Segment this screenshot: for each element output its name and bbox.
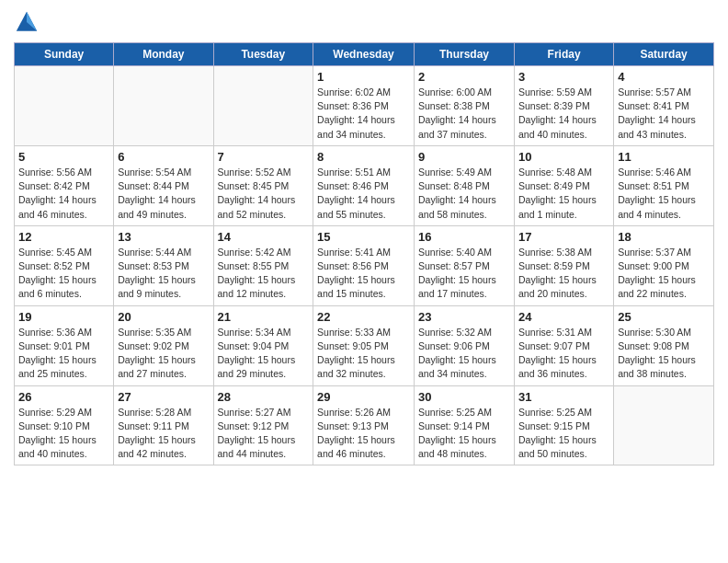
calendar-cell: 27Sunrise: 5:28 AMSunset: 9:11 PMDayligh…	[114, 385, 213, 465]
calendar-cell	[614, 385, 714, 465]
day-info: Sunrise: 5:59 AMSunset: 8:39 PMDaylight:…	[518, 86, 609, 142]
header	[14, 9, 714, 35]
calendar-cell: 29Sunrise: 5:26 AMSunset: 9:13 PMDayligh…	[313, 385, 415, 465]
day-info: Sunrise: 6:00 AMSunset: 8:38 PMDaylight:…	[418, 86, 510, 142]
day-info: Sunrise: 5:25 AMSunset: 9:14 PMDaylight:…	[418, 406, 510, 462]
calendar-cell: 7Sunrise: 5:52 AMSunset: 8:45 PMDaylight…	[213, 145, 313, 225]
day-number: 7	[218, 150, 310, 164]
day-info: Sunrise: 5:56 AMSunset: 8:42 PMDaylight:…	[18, 166, 109, 222]
day-number: 19	[18, 310, 109, 324]
calendar-cell	[213, 66, 313, 146]
calendar-cell: 24Sunrise: 5:31 AMSunset: 9:07 PMDayligh…	[515, 305, 614, 385]
day-number: 25	[618, 310, 710, 324]
day-info: Sunrise: 5:26 AMSunset: 9:13 PMDaylight:…	[317, 406, 410, 462]
day-info: Sunrise: 5:40 AMSunset: 8:57 PMDaylight:…	[418, 246, 510, 302]
day-info: Sunrise: 5:44 AMSunset: 8:53 PMDaylight:…	[118, 246, 209, 302]
calendar-cell: 16Sunrise: 5:40 AMSunset: 8:57 PMDayligh…	[415, 225, 515, 305]
day-number: 17	[518, 230, 609, 244]
calendar-cell: 3Sunrise: 5:59 AMSunset: 8:39 PMDaylight…	[515, 66, 614, 146]
day-number: 9	[418, 150, 510, 164]
calendar-cell: 9Sunrise: 5:49 AMSunset: 8:48 PMDaylight…	[415, 145, 515, 225]
day-number: 6	[118, 150, 209, 164]
calendar-table: SundayMondayTuesdayWednesdayThursdayFrid…	[14, 42, 714, 465]
calendar-week-row: 5Sunrise: 5:56 AMSunset: 8:42 PMDaylight…	[15, 145, 714, 225]
day-info: Sunrise: 5:57 AMSunset: 8:41 PMDaylight:…	[618, 86, 710, 142]
day-number: 21	[218, 310, 310, 324]
day-number: 20	[118, 310, 209, 324]
page: SundayMondayTuesdayWednesdayThursdayFrid…	[0, 0, 728, 475]
logo	[14, 9, 41, 35]
day-of-week-header: Tuesday	[213, 43, 313, 66]
day-info: Sunrise: 5:52 AMSunset: 8:45 PMDaylight:…	[218, 166, 310, 222]
calendar-cell: 2Sunrise: 6:00 AMSunset: 8:38 PMDaylight…	[415, 66, 515, 146]
day-info: Sunrise: 5:31 AMSunset: 9:07 PMDaylight:…	[518, 326, 609, 382]
day-info: Sunrise: 5:51 AMSunset: 8:46 PMDaylight:…	[317, 166, 410, 222]
calendar-cell: 25Sunrise: 5:30 AMSunset: 9:08 PMDayligh…	[614, 305, 714, 385]
day-number: 12	[18, 230, 109, 244]
day-info: Sunrise: 5:35 AMSunset: 9:02 PMDaylight:…	[118, 326, 209, 382]
calendar-cell: 28Sunrise: 5:27 AMSunset: 9:12 PMDayligh…	[213, 385, 313, 465]
calendar-cell: 11Sunrise: 5:46 AMSunset: 8:51 PMDayligh…	[614, 145, 714, 225]
calendar-cell	[15, 66, 114, 146]
day-number: 24	[518, 310, 609, 324]
day-of-week-header: Wednesday	[313, 43, 415, 66]
day-number: 18	[618, 230, 710, 244]
calendar-cell: 8Sunrise: 5:51 AMSunset: 8:46 PMDaylight…	[313, 145, 415, 225]
day-info: Sunrise: 5:30 AMSunset: 9:08 PMDaylight:…	[618, 326, 710, 382]
calendar-cell: 5Sunrise: 5:56 AMSunset: 8:42 PMDaylight…	[15, 145, 114, 225]
day-number: 13	[118, 230, 209, 244]
calendar-cell: 23Sunrise: 5:32 AMSunset: 9:06 PMDayligh…	[415, 305, 515, 385]
day-info: Sunrise: 5:36 AMSunset: 9:01 PMDaylight:…	[18, 326, 109, 382]
day-number: 16	[418, 230, 510, 244]
calendar-cell: 10Sunrise: 5:48 AMSunset: 8:49 PMDayligh…	[515, 145, 614, 225]
calendar-cell: 6Sunrise: 5:54 AMSunset: 8:44 PMDaylight…	[114, 145, 213, 225]
days-header-row: SundayMondayTuesdayWednesdayThursdayFrid…	[15, 43, 714, 66]
day-number: 10	[518, 150, 609, 164]
day-number: 5	[18, 150, 109, 164]
calendar-cell: 30Sunrise: 5:25 AMSunset: 9:14 PMDayligh…	[415, 385, 515, 465]
day-number: 4	[618, 70, 710, 84]
day-info: Sunrise: 5:48 AMSunset: 8:49 PMDaylight:…	[518, 166, 609, 222]
day-info: Sunrise: 5:46 AMSunset: 8:51 PMDaylight:…	[618, 166, 710, 222]
day-info: Sunrise: 5:49 AMSunset: 8:48 PMDaylight:…	[418, 166, 510, 222]
calendar-cell: 12Sunrise: 5:45 AMSunset: 8:52 PMDayligh…	[15, 225, 114, 305]
calendar-cell: 18Sunrise: 5:37 AMSunset: 9:00 PMDayligh…	[614, 225, 714, 305]
calendar-week-row: 26Sunrise: 5:29 AMSunset: 9:10 PMDayligh…	[15, 385, 714, 465]
calendar-cell: 20Sunrise: 5:35 AMSunset: 9:02 PMDayligh…	[114, 305, 213, 385]
day-info: Sunrise: 5:54 AMSunset: 8:44 PMDaylight:…	[118, 166, 209, 222]
day-info: Sunrise: 5:33 AMSunset: 9:05 PMDaylight:…	[317, 326, 410, 382]
day-info: Sunrise: 5:45 AMSunset: 8:52 PMDaylight:…	[18, 246, 109, 302]
day-number: 30	[418, 390, 510, 404]
day-number: 22	[317, 310, 410, 324]
day-number: 2	[418, 70, 510, 84]
day-of-week-header: Sunday	[15, 43, 114, 66]
day-info: Sunrise: 5:41 AMSunset: 8:56 PMDaylight:…	[317, 246, 410, 302]
day-of-week-header: Saturday	[614, 43, 714, 66]
logo-icon	[14, 9, 40, 35]
day-info: Sunrise: 6:02 AMSunset: 8:36 PMDaylight:…	[317, 86, 410, 142]
calendar-cell: 22Sunrise: 5:33 AMSunset: 9:05 PMDayligh…	[313, 305, 415, 385]
calendar-cell: 31Sunrise: 5:25 AMSunset: 9:15 PMDayligh…	[515, 385, 614, 465]
day-number: 28	[218, 390, 310, 404]
day-of-week-header: Monday	[114, 43, 213, 66]
calendar-cell: 13Sunrise: 5:44 AMSunset: 8:53 PMDayligh…	[114, 225, 213, 305]
day-info: Sunrise: 5:38 AMSunset: 8:59 PMDaylight:…	[518, 246, 609, 302]
calendar-cell: 15Sunrise: 5:41 AMSunset: 8:56 PMDayligh…	[313, 225, 415, 305]
day-number: 29	[317, 390, 410, 404]
day-number: 11	[618, 150, 710, 164]
day-number: 23	[418, 310, 510, 324]
day-info: Sunrise: 5:34 AMSunset: 9:04 PMDaylight:…	[218, 326, 310, 382]
day-info: Sunrise: 5:27 AMSunset: 9:12 PMDaylight:…	[218, 406, 310, 462]
calendar-cell: 1Sunrise: 6:02 AMSunset: 8:36 PMDaylight…	[313, 66, 415, 146]
calendar-week-row: 12Sunrise: 5:45 AMSunset: 8:52 PMDayligh…	[15, 225, 714, 305]
calendar-cell: 17Sunrise: 5:38 AMSunset: 8:59 PMDayligh…	[515, 225, 614, 305]
day-number: 27	[118, 390, 209, 404]
day-number: 26	[18, 390, 109, 404]
day-of-week-header: Friday	[515, 43, 614, 66]
day-number: 15	[317, 230, 410, 244]
calendar-week-row: 19Sunrise: 5:36 AMSunset: 9:01 PMDayligh…	[15, 305, 714, 385]
day-info: Sunrise: 5:32 AMSunset: 9:06 PMDaylight:…	[418, 326, 510, 382]
day-info: Sunrise: 5:28 AMSunset: 9:11 PMDaylight:…	[118, 406, 209, 462]
day-info: Sunrise: 5:25 AMSunset: 9:15 PMDaylight:…	[518, 406, 609, 462]
day-number: 31	[518, 390, 609, 404]
